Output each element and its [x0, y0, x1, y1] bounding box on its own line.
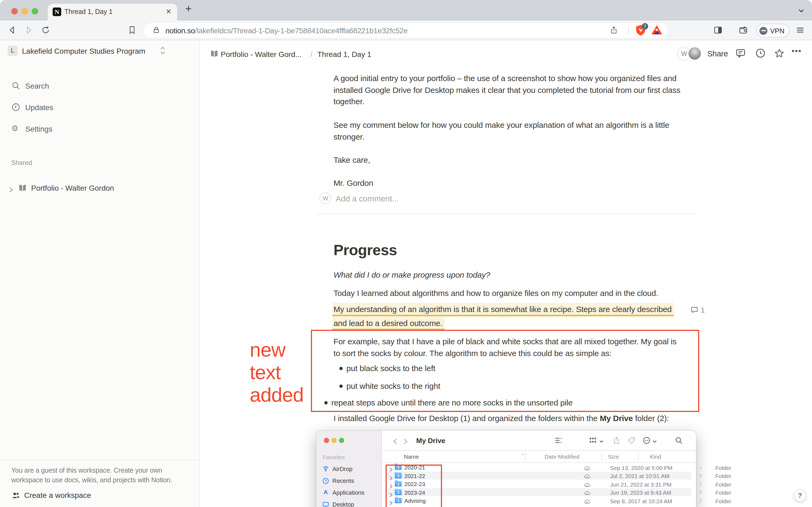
closing-line: Take care,: [334, 154, 709, 166]
column-header-date: Date Modified: [544, 453, 579, 460]
gear-icon: ⚙: [11, 124, 20, 133]
chevron-down-icon: [599, 437, 603, 447]
forward-button[interactable]: [23, 25, 33, 35]
bullet-dot: [325, 401, 327, 404]
wallet-icon[interactable]: [739, 25, 748, 35]
add-comment-input[interactable]: Add a comment...: [336, 194, 399, 203]
back-button[interactable]: [7, 25, 17, 35]
finder-sidebar-label: Desktop: [333, 501, 354, 507]
vpn-button[interactable]: VPN: [756, 23, 790, 38]
finder-zoom-button: [339, 438, 344, 443]
user-avatar-photo[interactable]: [687, 46, 702, 61]
column-divider: [525, 452, 526, 461]
column-header-kind: Kind: [650, 453, 661, 460]
text-line: stronger.: [334, 131, 709, 142]
sidebar-item-portfolio[interactable]: Portfolio - Walter Gordon: [0, 181, 200, 195]
zoom-window-button[interactable]: [32, 8, 38, 14]
tag-icon: [628, 437, 635, 444]
comments-icon[interactable]: [735, 48, 746, 59]
inline-comment-indicator[interactable]: 1: [690, 305, 705, 315]
help-button[interactable]: ?: [794, 489, 806, 502]
finder-share-icon: [613, 437, 620, 444]
bullet-text: put black socks to the left: [346, 363, 435, 373]
sidebar-item-label: Search: [25, 81, 49, 90]
workspace-switcher-chevron-icon[interactable]: [160, 45, 166, 59]
brave-shield-icon[interactable]: 7: [635, 25, 646, 36]
breadcrumb-current[interactable]: Thread 1, Day 1: [317, 50, 371, 59]
divider: [0, 460, 200, 460]
breadcrumb-parent[interactable]: Portfolio - Walter Gord...: [221, 50, 301, 59]
bullet-dot: [339, 385, 342, 388]
browser-tab[interactable]: N Thread 1, Day 1 ✕: [48, 4, 177, 20]
people-icon: [11, 491, 20, 500]
notion-favicon-icon: N: [53, 7, 61, 16]
signature-line: Mr. Gordon: [334, 177, 709, 189]
tab-close-icon[interactable]: ✕: [164, 7, 173, 16]
file-kind: Folder: [715, 481, 732, 488]
text-line: together.: [334, 96, 709, 107]
guest-note-line: workspace to use docs, wikis, and projec…: [11, 476, 172, 484]
highlight-line: and lead to a desired outcome.: [333, 317, 445, 330]
more-actions-icon: [643, 437, 650, 444]
workspace-name[interactable]: Lakefield Computer Studies Program: [22, 47, 145, 55]
minimize-window-button[interactable]: [21, 8, 28, 14]
finder-sidebar-label: Recents: [333, 477, 354, 484]
menu-hamburger-icon[interactable]: [795, 25, 805, 35]
sidebar-item-label: Settings: [25, 124, 52, 133]
more-options-icon[interactable]: •••: [792, 46, 802, 55]
new-tab-button[interactable]: +: [185, 3, 191, 15]
brave-rewards-icon[interactable]: [651, 25, 662, 35]
progress-question: What did I do or make progress upon toda…: [334, 270, 490, 279]
history-clock-icon[interactable]: [755, 48, 766, 59]
list-view-icon: [555, 437, 562, 444]
progress-heading: Progress: [334, 242, 397, 259]
sidebar-toggle-icon[interactable]: [713, 25, 723, 35]
sort-ascending-icon: ⌃: [521, 453, 524, 458]
close-window-button[interactable]: [11, 8, 18, 14]
recents-clock-icon: [322, 477, 329, 484]
browser-toolbar: notion.so/lakefieldcs/Thread-1-Day-1-be7…: [0, 20, 812, 40]
file-date: Sep 13, 2020 at 5:00 PM: [610, 464, 673, 471]
annotation-line: new: [250, 339, 304, 361]
installed-line: I installed Google Drive for Desktop (1)…: [334, 413, 669, 423]
text-segment-bold: My Drive: [600, 413, 633, 423]
text-line: See my comment below for how you could m…: [334, 119, 709, 131]
share-button[interactable]: Share: [707, 49, 728, 58]
cloud-download-icon: [584, 481, 590, 487]
chevron-down-icon: [652, 437, 657, 447]
airdrop-icon: [322, 465, 329, 472]
search-icon: [11, 81, 20, 90]
vpn-status-icon: [759, 26, 767, 35]
finder-screenshot: Favorites AirDrop Recents A: [316, 431, 696, 507]
book-icon: [210, 49, 219, 59]
tab-overflow-chevron-icon[interactable]: [798, 6, 805, 16]
finder-back-icon: [393, 437, 397, 447]
finder-close-button: [324, 438, 329, 443]
reload-button[interactable]: [41, 25, 51, 35]
favorite-star-icon[interactable]: [774, 48, 785, 59]
create-workspace-button[interactable]: Create a workspace: [24, 491, 91, 500]
annotation-line: text: [250, 361, 304, 384]
browser-window: N Thread 1, Day 1 ✕ + notion.so/lakefiel…: [0, 0, 812, 507]
bullet-text: repeat steps above until there are no mo…: [331, 398, 573, 407]
url-bar[interactable]: notion.so/lakefieldcs/Thread-1-Day-1-be7…: [144, 23, 668, 38]
finder-sidebar-item-recents: Recents: [316, 475, 382, 486]
notion-app: L Lakefield Computer Studies Program Sea…: [0, 40, 812, 507]
desktop-icon: [322, 501, 329, 507]
example-paragraph: For example, say that I have a pile of b…: [334, 336, 709, 359]
column-header-name: Name: [404, 453, 419, 460]
chevron-right-icon[interactable]: [9, 185, 13, 195]
finder-sidebar-label: Applications: [333, 489, 364, 496]
vpn-label: VPN: [770, 27, 785, 35]
share-page-icon[interactable]: [610, 26, 618, 35]
bookmark-icon[interactable]: [127, 25, 137, 35]
sidebar-item-updates[interactable]: Updates: [0, 101, 200, 115]
bullet-item: put black socks to the left: [346, 362, 435, 374]
sidebar-item-settings[interactable]: ⚙ Settings: [0, 122, 200, 136]
bullet-item: repeat steps above until there are no mo…: [331, 397, 573, 409]
sidebar-item-search[interactable]: Search: [0, 79, 200, 94]
folders-annotation-box: [386, 464, 442, 507]
text-segment: folder (2):: [633, 413, 669, 423]
file-date: Jun 19, 2023 at 9:43 AM: [610, 489, 671, 496]
workspace-avatar[interactable]: L: [7, 46, 18, 56]
